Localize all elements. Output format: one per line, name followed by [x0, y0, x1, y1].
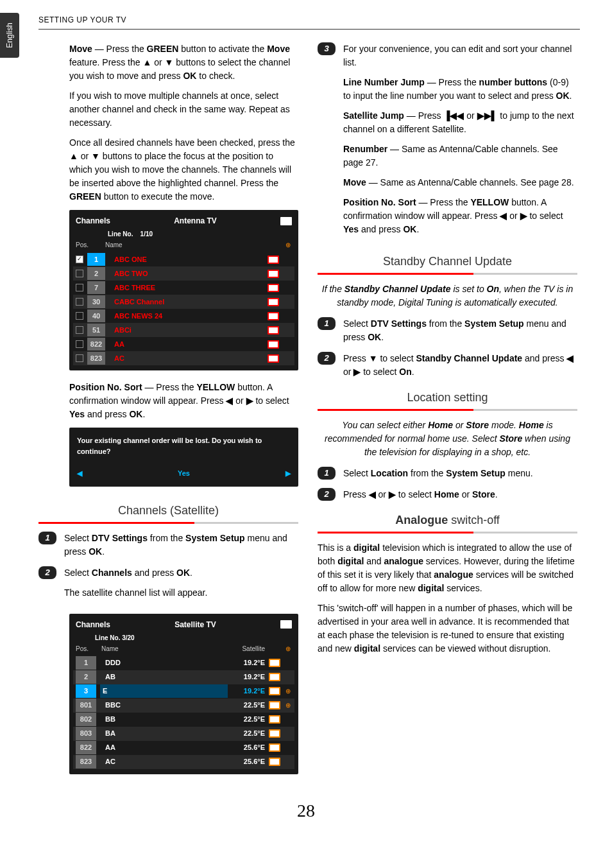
- prev-icon: ▐◀◀: [443, 110, 464, 121]
- osd2-header-row: Pos. Name Satellite ⊕: [73, 644, 294, 656]
- right-icon: ▶: [246, 395, 253, 406]
- down-icon: ▼: [165, 57, 174, 67]
- table-row: 822AA25.6°E: [73, 741, 294, 755]
- osd-confirm-dialog: Your existing channel order will be lost…: [69, 428, 298, 487]
- left-column: Move — Press the GREEN button to activat…: [38, 42, 298, 785]
- pos-cell: 822: [87, 338, 105, 351]
- next-icon: ▶▶▌: [477, 110, 498, 121]
- tv-icon: [269, 701, 280, 709]
- osd-satellite-channels: Channels Satellite TV Line No. 3/20 Pos.…: [69, 614, 298, 774]
- section-standby: Standby Channel Update: [318, 250, 577, 275]
- up-icon: ▲: [142, 57, 151, 67]
- name-cell: ABC THREE: [109, 282, 264, 293]
- tv-icon: [280, 620, 292, 629]
- name-cell: AA: [100, 742, 228, 753]
- step-badge-1: 1: [318, 317, 336, 330]
- right-column: 3 For your convenience, you can edit and…: [318, 42, 577, 785]
- pos-cell: 2: [76, 670, 96, 684]
- tv-icon: [269, 659, 280, 667]
- page-header: SETTING UP YOUR TV: [38, 13, 580, 30]
- name-cell: ABC NEWS 24: [109, 311, 264, 322]
- table-row: 30CABC Channel: [73, 295, 294, 309]
- step-badge-2: 2: [318, 488, 336, 501]
- pos-cell: 822: [76, 741, 96, 754]
- osd-title: Channels: [76, 215, 110, 227]
- osd-line-no: Line No. 1/10: [73, 229, 294, 240]
- name-cell: CABC Channel: [109, 297, 264, 308]
- checkbox-icon: [76, 354, 83, 362]
- sat-cell: 19.2°E: [232, 657, 265, 668]
- checkbox-icon: [76, 298, 83, 306]
- lock-icon: ⊕: [284, 644, 292, 654]
- table-row: 1DDD19.2°E: [73, 656, 294, 670]
- pos-cell: 3: [76, 684, 96, 698]
- name-cell: AB: [100, 672, 228, 682]
- pos-sort-para: Position No. Sort — Press the YELLOW but…: [38, 381, 298, 421]
- osd-antenna-channels: Channels Antenna TV Line No. 1/10 Pos. N…: [69, 210, 298, 370]
- lock-icon: ⊕: [284, 700, 292, 710]
- sat-cell: 22.5°E: [232, 714, 265, 725]
- move-para-1: Move — Press the GREEN button to activat…: [69, 42, 298, 83]
- osd-source: Antenna TV: [174, 215, 217, 227]
- sat-cell: 19.2°E: [232, 686, 265, 697]
- language-label: English: [4, 22, 15, 48]
- sat-step-1: 1 Select DTV Settings from the System Se…: [38, 532, 298, 559]
- table-row: 2ABC TWO: [73, 266, 294, 281]
- pos-cell: 30: [87, 295, 105, 309]
- move-section: Move — Press the GREEN button to activat…: [38, 42, 298, 204]
- sat-step-2: 2 Select Channels and press OK. The sate…: [38, 566, 298, 606]
- move-para-2: If you wish to move multiple channels at…: [69, 89, 298, 130]
- right-icon: ▶: [520, 211, 527, 221]
- name-cell: AC: [109, 353, 264, 364]
- tv-icon: [280, 217, 292, 225]
- up-icon: ▲: [69, 151, 78, 161]
- sat-cell: 19.2°E: [232, 672, 265, 682]
- name-cell: BB: [100, 714, 228, 725]
- confirm-row: ◀ Yes ▶: [77, 468, 291, 479]
- confirm-yes: Yes: [178, 468, 190, 479]
- analogue-p2: This 'switch-off' will happen in a numbe…: [318, 602, 577, 655]
- table-row: 51ABCi: [73, 323, 294, 337]
- move-para-3: Once all desired channels have been chec…: [69, 136, 298, 204]
- tv-icon: [269, 729, 280, 738]
- language-tab: English: [0, 13, 19, 58]
- pos-cell: 823: [76, 755, 96, 768]
- right-icon: ▶: [389, 489, 396, 499]
- right-icon: ▶: [285, 468, 291, 479]
- name-cell: E: [100, 684, 228, 698]
- osd-title-row: Channels Antenna TV: [73, 215, 294, 229]
- pos-cell: 7: [87, 281, 105, 295]
- table-row: ✓1ABC ONE: [73, 252, 294, 266]
- tv-icon: [269, 715, 280, 724]
- tv-icon: [269, 743, 280, 752]
- left-icon: ◀: [369, 489, 376, 499]
- tv-icon: [268, 326, 279, 334]
- tv-icon: [269, 758, 280, 766]
- pos-cell: 801: [76, 699, 96, 712]
- checkbox-icon: [76, 284, 83, 291]
- step-badge-3: 3: [318, 42, 336, 55]
- standby-step-2: 2 Press ▼ to select Standby Channel Upda…: [318, 352, 577, 379]
- name-cell: ABC ONE: [109, 254, 264, 265]
- pos-cell: 1: [87, 253, 105, 266]
- step-badge-2: 2: [38, 566, 56, 579]
- name-cell: BA: [100, 728, 228, 739]
- sat-cell: 25.6°E: [232, 742, 265, 753]
- checkbox-icon: [76, 312, 83, 320]
- osd2-line: Line No. 3/20: [73, 633, 294, 644]
- page-number: 28: [32, 797, 580, 824]
- name-cell: AA: [109, 339, 264, 350]
- osd2-title: Channels: [76, 619, 110, 630]
- table-row: 7ABC THREE: [73, 281, 294, 295]
- tv-icon: [268, 354, 279, 363]
- name-cell: DDD: [100, 657, 228, 668]
- name-cell: ABCi: [109, 325, 264, 336]
- table-row: 2AB19.2°E: [73, 670, 294, 684]
- section-analogue: Analogue switch-off: [318, 509, 577, 534]
- tv-icon: [269, 687, 280, 695]
- confirm-question: Your existing channel order will be lost…: [77, 435, 291, 456]
- left-icon: ◀: [226, 395, 233, 406]
- osd2-title-row: Channels Satellite TV: [73, 619, 294, 633]
- tv-icon: [268, 270, 279, 278]
- table-row: 802BB22.5°E: [73, 713, 294, 727]
